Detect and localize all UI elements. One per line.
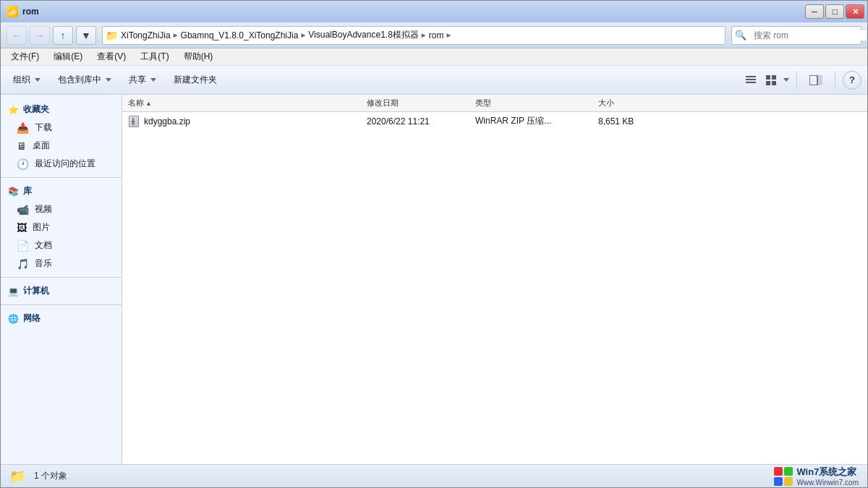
breadcrumb-item-0[interactable]: XiTongZhiJia [121,30,171,40]
sidebar-favorites-section: ⭐ 收藏夹 📥 下载 🖥 桌面 🕐 最近访问的位置 [1,100,122,173]
library-label: 库 [23,185,32,197]
breadcrumb-sep-1: ► [299,31,307,39]
sidebar-item-documents[interactable]: 📄 文档 [1,236,122,254]
menu-edit[interactable]: 编辑(E) [46,49,90,64]
desktop-icon: 🖥 [17,140,27,152]
favorites-label: 收藏夹 [23,103,49,116]
sidebar-item-desktop[interactable]: 🖥 桌面 [1,137,122,155]
maximize-button[interactable]: □ [825,4,844,19]
video-label: 视频 [35,203,52,215]
sidebar-network-header: 🌐 网络 [1,309,122,328]
desktop-label: 桌面 [33,140,50,152]
organize-dropdown-icon [35,78,41,82]
window-icon: 📁 [7,6,18,17]
documents-icon: 📄 [17,240,29,252]
view-dropdown-icon[interactable] [783,78,789,82]
include-button[interactable]: 包含到库中 [51,70,118,90]
network-label: 网络 [23,312,41,325]
folder-icon: 📁 [106,30,118,41]
sidebar-item-recent[interactable]: 🕐 最近访问的位置 [1,155,122,173]
forward-button[interactable]: → [30,26,50,45]
menu-view[interactable]: 查看(V) [90,49,133,64]
close-button[interactable]: ✕ [846,4,864,19]
breadcrumb: XiTongZhiJia ► Gbamnq_V1.8.0_XiTongZhiJi… [121,29,722,41]
svg-rect-8 [818,75,822,85]
sidebar-divider-1 [1,177,122,178]
menu-help[interactable]: 帮助(H) [176,49,221,64]
minimize-button[interactable]: ─ [805,4,824,19]
sidebar-item-pictures[interactable]: 🖼 图片 [1,218,122,236]
recent-label: 最近访问的位置 [35,158,95,170]
navigation-bar: ← → ↑ ▼ 📁 XiTongZhiJia ► Gbamnq_V1.8.0_X… [1,22,867,48]
organize-button[interactable]: 组织 [7,70,47,90]
menu-bar: 文件(F) 编辑(E) 查看(V) 工具(T) 帮助(H) [1,48,867,66]
sidebar-library-section: 📚 库 📹 视频 🖼 图片 📄 文档 🎵 音乐 [1,182,122,273]
column-headers: 名称 ▲ 修改日期 类型 大小 [122,95,867,112]
title-bar-left: 📁 rom [7,6,805,17]
file-list-area: 名称 ▲ 修改日期 类型 大小 [122,95,867,464]
menu-file[interactable]: 文件(F) [4,49,46,64]
svg-rect-3 [766,75,770,80]
col-date-label: 修改日期 [367,98,399,108]
col-size-label: 大小 [598,98,614,108]
breadcrumb-item-1[interactable]: Gbamnq_V1.8.0_XiTongZhiJia [181,30,299,40]
window-title: rom [22,7,39,17]
menu-tools[interactable]: 工具(T) [133,49,176,64]
address-bar[interactable]: 📁 XiTongZhiJia ► Gbamnq_V1.8.0_XiTongZhi… [102,26,726,45]
sidebar-item-downloads[interactable]: 📥 下载 [1,119,122,137]
file-date: 2020/6/22 11:21 [367,116,475,127]
svg-rect-10 [784,467,793,476]
sidebar-item-video[interactable]: 📹 视频 [1,200,122,218]
view-large-icons-button[interactable] [762,71,780,90]
col-header-size[interactable]: 大小 [595,98,668,108]
downloads-label: 下载 [35,121,52,134]
network-icon: 🌐 [8,314,19,324]
svg-rect-5 [766,81,770,85]
recent-button[interactable]: ▼ [76,26,96,45]
sidebar-divider-2 [1,277,122,278]
preview-pane-button[interactable] [804,71,827,90]
downloads-icon: 📥 [17,122,29,134]
file-icon [128,116,140,127]
search-icon: 🔍 [732,30,749,40]
winrar-icon [129,116,139,127]
back-button[interactable]: ← [7,26,27,45]
svg-rect-9 [774,467,783,476]
sidebar-divider-3 [1,304,122,305]
search-input[interactable] [749,30,867,40]
help-button[interactable]: ? [843,71,861,90]
svg-rect-1 [746,79,756,80]
sidebar-computer-section: 💻 计算机 [1,282,122,300]
col-type-label: 类型 [475,98,491,108]
breadcrumb-item-3[interactable]: rom [429,30,444,40]
include-label: 包含到库中 [58,74,101,86]
pictures-label: 图片 [33,221,50,234]
table-row[interactable]: kdyggba.zip 2020/6/22 11:21 WinRAR ZIP 压… [122,112,867,131]
file-name-cell: kdyggba.zip [128,116,367,127]
share-button[interactable]: 共享 [122,70,163,90]
breadcrumb-sep-3: ► [445,31,452,39]
view-details-button[interactable] [741,71,760,90]
file-size: 8,651 KB [598,116,671,127]
new-folder-button[interactable]: 新建文件夹 [167,70,224,90]
title-bar: 📁 rom ─ □ ✕ [1,1,867,22]
svg-rect-6 [772,81,776,85]
svg-rect-0 [746,76,756,77]
computer-label: 计算机 [23,285,49,297]
col-header-type[interactable]: 类型 [472,98,595,108]
col-header-name[interactable]: 名称 ▲ [125,98,364,108]
up-button[interactable]: ↑ [53,26,73,45]
win7-logo-sub: Www.Winwin7.com [796,479,859,487]
share-dropdown-icon [150,78,156,82]
status-bar: 📁 1 个对象 Win7系统之家 Www.Winwin7.com [1,464,867,487]
search-bar[interactable]: 🔍 [731,26,861,45]
breadcrumb-item-2[interactable]: VisualBoyAdvance1.8模拟器 [308,29,419,41]
sidebar-item-music[interactable]: 🎵 音乐 [1,254,122,273]
music-label: 音乐 [35,257,52,270]
sidebar: ⭐ 收藏夹 📥 下载 🖥 桌面 🕐 最近访问的位置 [1,95,122,464]
video-icon: 📹 [17,204,29,215]
svg-rect-4 [772,75,776,80]
col-name-label: 名称 [128,98,144,108]
col-header-date[interactable]: 修改日期 [364,98,472,108]
sidebar-computer-header: 💻 计算机 [1,282,122,300]
